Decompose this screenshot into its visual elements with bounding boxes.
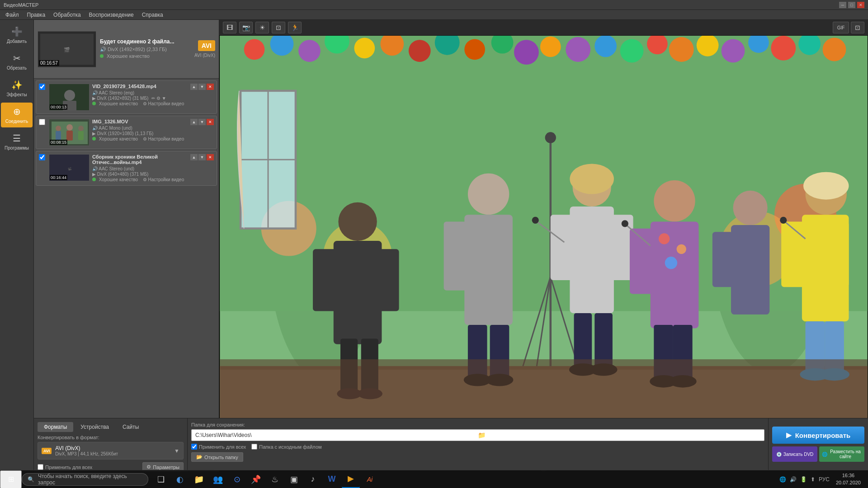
svg-point-27: [566, 37, 590, 62]
network-tray-icon[interactable]: 🌐: [778, 475, 787, 483]
sidebar-effects[interactable]: ✨ Эффекты: [1, 76, 33, 101]
steam-app[interactable]: ♨: [266, 470, 284, 488]
file-up-1[interactable]: ▲: [190, 84, 198, 90]
minimize-button[interactable]: ─: [839, 2, 846, 8]
taskview-button[interactable]: ❑: [152, 470, 170, 488]
svg-point-43: [298, 40, 321, 62]
dvd-button[interactable]: 💿 Записать DVD: [772, 446, 817, 462]
menu-playback[interactable]: Воспроизведение: [85, 11, 137, 19]
apply-folder-checkbox[interactable]: [191, 444, 197, 450]
file-info-2: IMG_1326.MOV 🔊 AAC Mono (und) ▶ DivX (19…: [92, 119, 188, 142]
settings-link-3[interactable]: ⚙ Настройки видео: [143, 177, 184, 182]
edge-app[interactable]: ◐: [171, 470, 189, 488]
folder-label: Папка для сохранения:: [191, 422, 764, 427]
apply-folder-all-option[interactable]: Применить для всех: [191, 444, 246, 450]
gif-button[interactable]: GIF: [833, 22, 849, 33]
sidebar-merge[interactable]: ⊕ Соединить: [1, 103, 33, 127]
source-folder-checkbox[interactable]: [251, 444, 257, 450]
svg-point-29: [620, 39, 644, 63]
svg-point-91: [677, 244, 686, 254]
format-selector[interactable]: AVI AVI (DivX) DivX, MP3 | 44,1 kHz, 256…: [38, 442, 184, 460]
sound-tray-icon[interactable]: 🔊: [789, 475, 797, 483]
file-down-3[interactable]: ▼: [198, 154, 206, 160]
svg-point-92: [665, 257, 677, 269]
clock-time: 16:36: [836, 472, 861, 479]
fullscreen-button[interactable]: ⊡: [851, 22, 864, 33]
effects-icon: ✨: [11, 80, 23, 90]
menu-process[interactable]: Обработка: [50, 11, 85, 19]
svg-point-10: [66, 124, 73, 131]
sidebar-programs[interactable]: ☰ Программы: [1, 129, 33, 154]
tab-devices[interactable]: Устройства: [74, 422, 115, 432]
quality-dot-2: [92, 137, 96, 141]
svg-point-85: [532, 217, 539, 224]
file-remove-2[interactable]: ✕: [207, 119, 214, 125]
open-folder-button[interactable]: 📂 Открыть папку: [191, 452, 243, 462]
apply-all-checkbox[interactable]: [38, 464, 43, 470]
file-remove-3[interactable]: ✕: [207, 154, 214, 160]
svg-rect-78: [551, 215, 573, 280]
videomaster-app[interactable]: ▶: [342, 470, 360, 488]
taskbar-search[interactable]: 🔍 Чтобы начать поиск, введите здесь запр…: [22, 473, 148, 486]
settings-link-1[interactable]: ⚙ Настройки видео: [143, 101, 184, 106]
file-up-2[interactable]: ▲: [190, 119, 198, 125]
close-button[interactable]: ✕: [857, 2, 864, 8]
file-down-1[interactable]: ▼: [198, 84, 206, 90]
app-icon[interactable]: ▣: [285, 470, 303, 488]
tab-formats[interactable]: Форматы: [38, 422, 73, 432]
snapshot-button[interactable]: 📷: [239, 22, 253, 33]
svg-rect-70: [485, 221, 509, 290]
film-strip-button[interactable]: 🎞: [223, 22, 236, 33]
file-checkbox-1[interactable]: [39, 84, 45, 90]
convert-button[interactable]: ▶ Конвертировать: [772, 427, 864, 444]
brightness-button[interactable]: ☀: [255, 22, 269, 33]
word-app[interactable]: W: [323, 470, 341, 488]
sidebar-add[interactable]: ➕ Добавить: [1, 23, 33, 47]
crop-button[interactable]: ⊡: [272, 22, 285, 33]
preview-tools-left: 🎞 📷 ☀ ⊡ 🏃: [223, 22, 302, 33]
source-folder-option[interactable]: Папка с исходным файлом: [251, 444, 321, 450]
dropdown-arrow-icon: ▼: [174, 448, 179, 454]
header-info: Будет соединено 2 файла... 🔊 DivX (1492×…: [100, 38, 191, 60]
menu-edit[interactable]: Правка: [24, 11, 49, 19]
browse-folder-icon[interactable]: 📁: [478, 432, 760, 439]
file-checkbox-2[interactable]: [39, 119, 45, 125]
file-down-2[interactable]: ▼: [198, 119, 206, 125]
tab-sites[interactable]: Сайты: [116, 422, 145, 432]
file-duration-3: 00:16:44: [50, 175, 67, 180]
convert-icon: ▶: [786, 431, 792, 439]
sidebar-trim-label: Обрезать: [7, 66, 27, 70]
file-checkbox-3[interactable]: [39, 154, 45, 160]
settings-link-2[interactable]: ⚙ Настройки видео: [143, 136, 184, 141]
explorer-app[interactable]: 📁: [190, 470, 208, 488]
svg-point-54: [338, 202, 377, 241]
svg-point-112: [780, 217, 787, 224]
pin-app[interactable]: 📌: [247, 470, 265, 488]
file-remove-1[interactable]: ✕: [207, 84, 214, 90]
start-button[interactable]: ⊞: [0, 470, 22, 488]
people-app[interactable]: 👥: [209, 470, 227, 488]
system-clock[interactable]: 16:36 20.07.2020: [832, 472, 864, 486]
folder-panel: Папка для сохранения: C:\Users\Wihar\Vid…: [188, 418, 769, 470]
motion-button[interactable]: 🏃: [288, 22, 302, 33]
winamp-app[interactable]: ♪: [304, 470, 322, 488]
file-up-3[interactable]: ▲: [190, 154, 198, 160]
chrome-app[interactable]: ⊙: [228, 470, 246, 488]
maximize-button[interactable]: □: [848, 2, 855, 8]
svg-point-31: [669, 37, 694, 62]
taskbar-right: 🌐 🔊 🔋 ⬆ РУС 16:36 20.07.2020: [775, 472, 868, 486]
notification-icon[interactable]: ⬆: [810, 475, 816, 483]
battery-tray-icon[interactable]: 🔋: [799, 475, 808, 483]
menu-help[interactable]: Справка: [138, 11, 167, 19]
web-button[interactable]: 🌐 Разместить на сайте: [819, 446, 864, 462]
sidebar-trim[interactable]: ✂ Обрезать: [1, 49, 33, 74]
lang-indicator[interactable]: РУС: [818, 475, 830, 483]
ai-app[interactable]: Ai: [361, 470, 379, 488]
svg-point-12: [78, 126, 84, 131]
menu-file[interactable]: Файл: [2, 11, 23, 19]
folder-path-display: C:\Users\Wihar\Videos\ 📁: [191, 429, 764, 441]
header-thumb: 🎬 00:16:57: [38, 31, 96, 67]
params-icon: ⚙: [146, 464, 151, 470]
svg-point-4: [64, 90, 75, 101]
svg-rect-105: [781, 221, 805, 287]
